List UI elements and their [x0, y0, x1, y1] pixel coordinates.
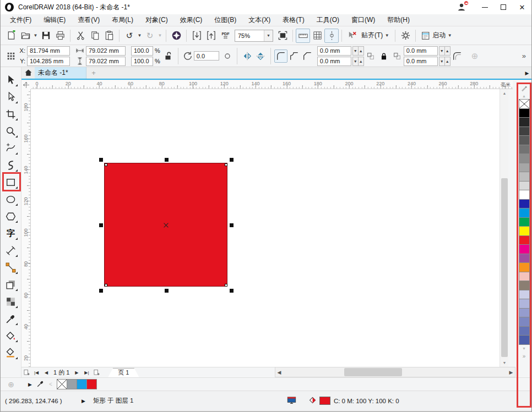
corner-node[interactable] [105, 284, 107, 287]
palette-swatch[interactable] [519, 326, 530, 336]
show-grid-toggle[interactable] [310, 29, 324, 43]
drop-shadow-tool[interactable] [3, 276, 19, 293]
palette-swatch[interactable] [519, 262, 530, 272]
tab-scroll-right-icon[interactable]: ▶ [522, 67, 532, 79]
next-page-button[interactable]: ▶ [72, 368, 82, 377]
user-account-icon[interactable] [457, 2, 468, 12]
selection-handle[interactable] [165, 289, 169, 293]
mirror-horizontal-button[interactable] [241, 50, 254, 63]
interactive-fill-tool[interactable] [3, 327, 19, 344]
open-button[interactable] [18, 29, 32, 43]
palette-swatch[interactable] [519, 208, 530, 218]
menu-item[interactable]: 窗口(W) [345, 14, 381, 26]
horizontal-scrollbar-thumb[interactable] [344, 368, 402, 376]
more-options-chevron[interactable]: » [522, 52, 526, 60]
selected-rectangle[interactable] [104, 163, 227, 287]
corner-radius-tr-field[interactable]: 0.0 mm [404, 46, 438, 56]
palette-swatch[interactable] [519, 153, 530, 163]
fill-color-icon[interactable] [308, 396, 317, 406]
object-center-marker[interactable] [164, 223, 169, 228]
import-button[interactable] [189, 29, 204, 43]
document-palette-eyedropper-icon[interactable] [36, 380, 45, 389]
copy-button[interactable] [88, 29, 102, 43]
corner-tl-spinner[interactable]: ▼▲ [353, 46, 364, 56]
undo-dropdown[interactable]: ▼ [137, 29, 143, 43]
options-button[interactable] [398, 29, 412, 43]
snap-off-button[interactable] [345, 29, 359, 43]
maximize-button[interactable] [494, 0, 513, 14]
color-eyedropper-tool[interactable] [3, 310, 19, 327]
drawing-canvas[interactable] [31, 89, 500, 367]
artistic-media-tool[interactable] [3, 157, 19, 174]
palette-swatch[interactable] [519, 272, 530, 282]
palette-swatch[interactable] [519, 317, 530, 327]
edit-corners-together-toggle[interactable] [450, 50, 464, 63]
undo-button[interactable]: ↺ [122, 29, 137, 43]
document-tab-active[interactable]: 未命名 -1* [35, 67, 86, 79]
selection-handle[interactable] [230, 289, 234, 293]
palette-swatch[interactable] [519, 308, 530, 318]
corner-node[interactable] [225, 284, 227, 287]
palette-swatch[interactable] [519, 254, 530, 263]
palette-swatch[interactable] [519, 181, 530, 191]
palette-swatch[interactable] [519, 199, 530, 209]
scroll-left-icon[interactable]: ◀ [275, 370, 283, 375]
round-corner-button[interactable] [274, 50, 287, 63]
export-button[interactable] [204, 29, 218, 43]
show-guidelines-toggle[interactable] [324, 29, 339, 43]
menu-item[interactable]: 工具(O) [311, 14, 345, 26]
zoom-level-dropdown[interactable]: ▼ [264, 30, 273, 41]
selection-handle[interactable] [230, 223, 234, 227]
smart-fill-tool[interactable] [3, 344, 19, 361]
document-palette-swatch[interactable] [67, 379, 77, 389]
status-flyout-icon[interactable]: ▶ [82, 398, 85, 404]
mirror-vertical-button[interactable] [254, 50, 267, 63]
selection-handle[interactable] [99, 158, 103, 162]
palette-swatch[interactable] [519, 226, 530, 236]
vertical-scrollbar-thumb[interactable] [501, 178, 508, 357]
palette-swatch[interactable] [519, 335, 530, 345]
selection-handle[interactable] [99, 289, 103, 293]
page-tab[interactable]: 页 1 [108, 368, 139, 377]
horizontal-ruler[interactable]: 毫米 0204060801001201401601802002202402602… [31, 81, 513, 89]
x-position-field[interactable]: 81.794 mm [27, 46, 70, 56]
document-palette-swatch[interactable] [86, 379, 97, 389]
palette-swatch[interactable] [519, 244, 530, 254]
vertical-ruler[interactable]: 18016014012010080604020 [21, 89, 31, 367]
first-page-button[interactable]: |◀ [31, 368, 41, 377]
menu-item[interactable]: 查看(V) [72, 14, 106, 26]
width-field[interactable]: 79.022 mm [86, 46, 126, 56]
scalloped-corner-button[interactable] [287, 50, 301, 63]
link-corners-right-toggle[interactable] [390, 50, 404, 63]
palette-swatch[interactable] [519, 163, 530, 173]
full-screen-preview-button[interactable] [275, 29, 290, 43]
display-color-icon[interactable] [287, 396, 296, 405]
corner-radius-br-field[interactable]: 0.0 mm [404, 57, 438, 66]
previous-page-button[interactable]: ◀ [41, 368, 51, 377]
y-position-field[interactable]: 104.285 mm [27, 57, 70, 66]
corner-radius-bl-field[interactable]: 0.0 mm [317, 57, 351, 66]
palette-swatch[interactable] [519, 108, 530, 118]
menu-item[interactable]: 效果(C) [174, 14, 209, 26]
palette-swatch[interactable] [519, 281, 530, 290]
save-button[interactable] [39, 29, 53, 43]
print-button[interactable] [53, 29, 67, 43]
selection-handle[interactable] [165, 158, 169, 162]
add-page-start-button[interactable] [21, 368, 31, 377]
add-page-end-button[interactable] [91, 368, 101, 377]
transparency-tool[interactable] [3, 293, 19, 310]
zoom-level-combo[interactable]: 75% ▼ [235, 30, 273, 42]
palette-swatch[interactable] [519, 190, 530, 200]
selection-handle[interactable] [230, 158, 234, 162]
crop-tool[interactable] [3, 106, 19, 123]
scale-y-field[interactable]: 100.0 [131, 57, 153, 66]
corner-node[interactable] [225, 163, 227, 166]
no-color-swatch[interactable] [57, 379, 67, 389]
new-tab-button[interactable]: + [86, 67, 101, 79]
palette-swatch[interactable] [519, 127, 530, 136]
corner-bl-spinner[interactable]: ▼▲ [353, 57, 364, 66]
horizontal-scrollbar[interactable]: ◀ ▶ [275, 367, 515, 377]
welcome-screen-button[interactable] [169, 29, 183, 43]
close-button[interactable]: ✕ [513, 0, 531, 14]
palette-expand-icon[interactable]: » [523, 352, 526, 361]
